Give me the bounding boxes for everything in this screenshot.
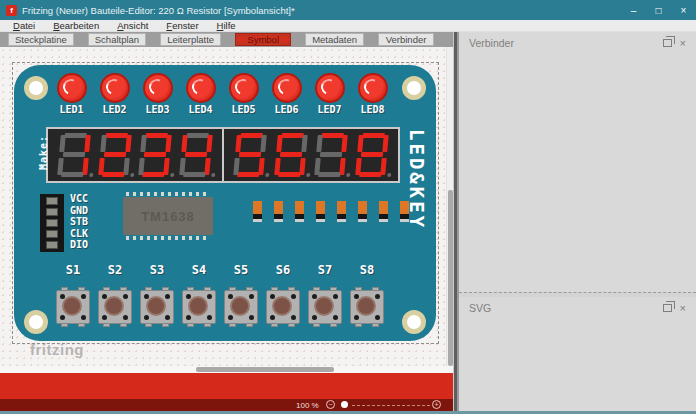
resistor-body [253, 201, 262, 214]
tab-verbinder[interactable]: Verbinder [378, 33, 434, 46]
tab-schaltplan[interactable]: Schaltplan [88, 33, 146, 46]
button-cap [146, 296, 166, 316]
header-pin [46, 219, 58, 227]
led-labels: LED1LED2LED3LED4LED5LED6LED7LED8 [50, 104, 394, 115]
button-tab [61, 287, 68, 291]
button-label: S7 [304, 263, 346, 277]
button-cap [104, 296, 124, 316]
title-bar[interactable]: f Fritzing (Neuer) Bauteile-Editor: 220 … [0, 0, 696, 20]
push-button-s8 [350, 290, 384, 324]
float-panel-icon[interactable] [663, 304, 672, 312]
segment-d [318, 172, 340, 177]
button-label: S5 [220, 263, 262, 277]
zoom-slider-knob[interactable] [341, 401, 348, 408]
tm1638-chip: TM1638 [123, 197, 213, 235]
panel-verbinder-header[interactable]: Verbinder × [459, 32, 696, 54]
menu-ansicht[interactable]: Ansicht [108, 20, 157, 31]
segment-b [206, 135, 212, 152]
button-tab [162, 323, 169, 327]
tab-leiterplatte[interactable]: Leiterplatte [160, 33, 221, 46]
close-panel-icon[interactable]: × [680, 303, 686, 314]
vertical-scrollbar[interactable] [446, 47, 453, 366]
button-tab [288, 287, 295, 291]
close-button[interactable]: × [671, 0, 696, 20]
ledkey-module-graphic[interactable]: LED1LED2LED3LED4LED5LED6LED7LED8 LED&KEY… [14, 65, 436, 341]
button-tab [246, 323, 253, 327]
zoom-in-button[interactable]: + [432, 400, 441, 409]
led-indicator [143, 73, 173, 103]
button-tab [204, 323, 211, 327]
segment-a [281, 133, 303, 138]
close-panel-icon[interactable]: × [680, 38, 686, 49]
segment-g [185, 152, 207, 157]
button-tab [229, 287, 236, 291]
button-cap [272, 296, 292, 316]
resistor-body [400, 201, 409, 214]
minimize-button[interactable]: – [621, 0, 646, 20]
horizontal-scrollbar-thumb[interactable] [196, 367, 334, 372]
display-module [224, 129, 398, 181]
led-indicator [57, 73, 87, 103]
button-pin [165, 294, 170, 299]
led-label: LED5 [222, 104, 265, 115]
segment-d [142, 172, 164, 177]
button-pin [228, 315, 233, 320]
button-pin [333, 294, 338, 299]
led-label: LED7 [308, 104, 351, 115]
zoom-level-value: 100 % [296, 401, 319, 410]
menu-fenster[interactable]: Fenster [157, 20, 207, 31]
segment-d [359, 172, 381, 177]
push-button-s7 [308, 290, 342, 324]
tab-steckplatine[interactable]: Steckplatine [8, 33, 74, 46]
segment-f [59, 135, 65, 152]
float-panel-icon[interactable] [663, 39, 672, 47]
zoom-out-button[interactable]: − [326, 400, 335, 409]
resistor-body [316, 201, 325, 214]
segment-b [166, 135, 172, 152]
header-pin [46, 197, 58, 205]
segment-g [144, 152, 166, 157]
button-pin [81, 315, 86, 320]
menu-hilfe[interactable]: Hilfe [208, 20, 245, 31]
panel-verbinder: Verbinder × [459, 32, 696, 292]
menu-bearbeiten[interactable]: Bearbeiten [44, 20, 108, 31]
button-tab [61, 323, 68, 327]
tab-symbol[interactable]: Symbol [235, 33, 291, 46]
menu-datei[interactable]: Datei [4, 20, 44, 31]
horizontal-scrollbar[interactable] [0, 366, 453, 373]
tab-metadaten[interactable]: Metadaten [305, 33, 364, 46]
resistor-body [358, 201, 367, 214]
button-pin [333, 315, 338, 320]
button-tab [120, 287, 127, 291]
menu-accelerator: B [53, 20, 59, 31]
segment-f [141, 135, 147, 152]
decimal-point [265, 173, 269, 177]
button-pin [270, 315, 275, 320]
button-cap [356, 296, 376, 316]
dock-area: Verbinder × SVG × [459, 32, 696, 411]
panel-svg-header[interactable]: SVG × [459, 297, 696, 319]
header-pin [46, 208, 58, 216]
resistor-tip [379, 219, 388, 222]
button-tab [372, 287, 379, 291]
maximize-button[interactable]: □ [646, 0, 671, 20]
button-label: S2 [94, 263, 136, 277]
decimal-point [211, 173, 215, 177]
button-tab [103, 287, 110, 291]
vertical-scrollbar-thumb[interactable] [448, 190, 453, 366]
segment-f [276, 135, 282, 152]
resistor-row [253, 201, 409, 222]
mounting-hole [402, 310, 426, 334]
symbol-canvas[interactable]: LED1LED2LED3LED4LED5LED6LED7LED8 LED&KEY… [0, 47, 453, 366]
chip-pins [126, 236, 210, 240]
button-tab [229, 323, 236, 327]
segment-d [183, 172, 205, 177]
pin-label-vcc: VCC [70, 193, 88, 205]
button-pin [207, 315, 212, 320]
zoom-slider-track[interactable] [352, 405, 430, 406]
digit-5 [233, 133, 267, 177]
button-pin [60, 315, 65, 320]
pin-label-gnd: GND [70, 205, 88, 217]
resistor-tip [295, 219, 304, 222]
smd-resistor [358, 201, 367, 222]
